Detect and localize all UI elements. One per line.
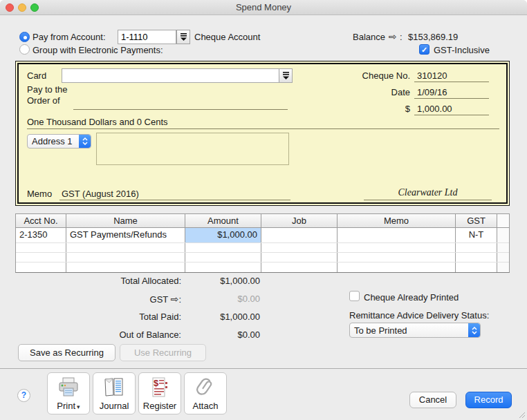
empty-table-row[interactable]	[16, 252, 509, 262]
chevrons-icon	[468, 323, 480, 337]
allocation-table: Acct No. Name Amount Job Memo GST 2-1350…	[15, 213, 510, 273]
resize-grip[interactable]	[517, 410, 526, 419]
remittance-status-select[interactable]: To be Printed	[349, 323, 481, 338]
date-value[interactable]: 1/09/16	[417, 87, 447, 97]
pay-from-account-radio[interactable]	[19, 32, 30, 42]
account-list-dropdown-button[interactable]	[176, 30, 190, 44]
empty-table-row[interactable]	[16, 242, 509, 252]
card-input[interactable]	[62, 68, 293, 83]
memo-value[interactable]: GST (August 2016)	[62, 189, 139, 199]
total-paid-label: Total Paid:	[64, 312, 181, 322]
cheque-no-label: Cheque No.	[341, 70, 410, 81]
amount-symbol-label: $	[341, 104, 410, 114]
column-header-job[interactable]: Job	[261, 214, 338, 227]
out-of-balance-label: Out of Balance:	[64, 330, 181, 340]
memo-label: Memo	[27, 189, 52, 199]
save-as-recurring-button[interactable]: Save as Recurring	[18, 344, 115, 361]
column-header-memo[interactable]: Memo	[338, 214, 456, 227]
help-button[interactable]: ?	[17, 389, 30, 402]
record-button[interactable]: Record	[465, 392, 512, 408]
attach-button[interactable]: Attach	[184, 372, 227, 414]
cell-amount-selected[interactable]: $1,000.00	[185, 228, 261, 242]
cell-gst[interactable]: N-T	[456, 228, 497, 242]
titlebar: Spend Money	[0, 0, 527, 15]
window-title: Spend Money	[0, 2, 527, 12]
out-of-balance-value: $0.00	[191, 330, 260, 340]
balance-label: Balance	[353, 32, 385, 42]
cheque-no-value[interactable]: 310120	[417, 70, 447, 81]
card-label: Card	[27, 70, 46, 81]
cell-memo[interactable]	[338, 228, 456, 242]
amount-in-words: One Thousand Dollars and 0 Cents	[27, 117, 168, 127]
group-electronic-payments-label: Group with Electronic Payments:	[33, 45, 163, 55]
list-dropdown-icon	[180, 32, 187, 41]
journal-button[interactable]: Journal	[93, 372, 136, 414]
balance-value: $153,869.19	[408, 32, 458, 42]
cheque-already-printed-checkbox[interactable]	[349, 291, 360, 301]
cheque-panel: Card Cheque No. 310120 Date 1/09/16 $ 1,…	[15, 61, 510, 206]
balance-colon: :	[400, 32, 403, 42]
table-row: 2-1350 GST Payments/Refunds $1,000.00 N-…	[16, 228, 509, 242]
cell-name[interactable]: GST Payments/Refunds	[66, 228, 185, 242]
list-dropdown-icon	[282, 71, 290, 80]
address-selector[interactable]: Address 1	[27, 134, 91, 149]
cheque-already-printed-label: Cheque Already Printed	[364, 292, 459, 303]
account-name-label: Cheque Account	[194, 32, 260, 42]
printer-icon	[48, 376, 89, 399]
date-label: Date	[341, 87, 410, 97]
balance-zoom-arrow-icon[interactable]: ⇨	[389, 31, 397, 42]
group-electronic-payments-radio[interactable]	[19, 44, 30, 55]
divider	[0, 368, 527, 369]
gst-inclusive-checkbox[interactable]: ✓	[419, 44, 429, 55]
pay-from-account-label: Pay from Account:	[33, 32, 106, 42]
register-button[interactable]: $ Register	[138, 372, 181, 414]
print-button[interactable]: Print▾	[47, 372, 90, 414]
remittance-status-label: Remittance Advice Delivery Status:	[349, 310, 489, 321]
empty-table-row[interactable]	[16, 262, 509, 272]
table-header-row: Acct No. Name Amount Job Memo GST	[16, 213, 509, 228]
attach-icon	[185, 376, 226, 399]
payee-input-line[interactable]	[73, 109, 288, 110]
total-allocated-label: Total Allocated:	[64, 276, 181, 286]
total-paid-value: $1,000.00	[191, 312, 260, 322]
column-header-amount[interactable]: Amount	[185, 214, 261, 227]
address-textarea[interactable]	[96, 133, 289, 165]
column-header-gst[interactable]: GST	[456, 214, 497, 227]
column-header-acct-no[interactable]: Acct No.	[16, 214, 66, 227]
use-recurring-button[interactable]: Use Recurring	[120, 344, 206, 361]
signature-text: Clearwater Ltd	[364, 187, 492, 198]
gst-total-label: GST ⇨:	[64, 294, 181, 305]
cell-acct-no[interactable]: 2-1350	[16, 228, 66, 242]
cancel-button[interactable]: Cancel	[409, 392, 456, 408]
payee-label-line1: Pay to the	[27, 84, 68, 95]
account-number-input[interactable]	[118, 30, 176, 44]
gst-inclusive-label: GST-Inclusive	[434, 45, 490, 55]
cell-job[interactable]	[261, 228, 338, 242]
journal-icon	[93, 376, 135, 399]
payee-label-line2: Order of	[27, 95, 60, 106]
cheque-amount-value[interactable]: 1,000.00	[417, 104, 452, 114]
svg-text:$: $	[154, 378, 159, 388]
chevrons-icon	[79, 135, 91, 148]
print-dropdown-arrow-icon: ▾	[77, 403, 80, 410]
gst-total-value: $0.00	[191, 294, 260, 304]
total-allocated-value: $1,000.00	[191, 276, 260, 286]
column-header-name[interactable]: Name	[66, 214, 185, 227]
spend-money-window: Spend Money Pay from Account: Cheque Acc…	[0, 0, 527, 420]
register-icon: $	[139, 376, 181, 399]
card-list-dropdown-button[interactable]	[279, 69, 292, 82]
gst-zoom-arrow-icon[interactable]: ⇨	[171, 294, 179, 305]
